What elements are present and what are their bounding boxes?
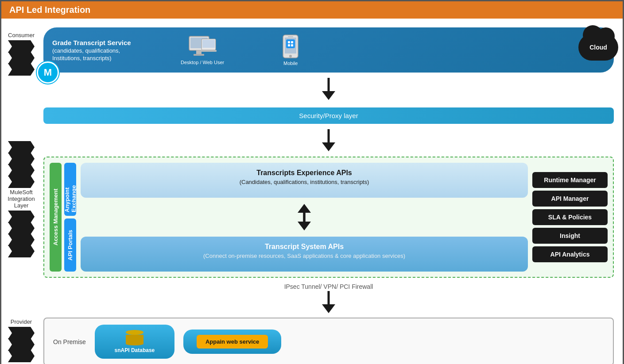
chevron-3: [8, 63, 35, 76]
mulesoft-label: MuleSoft Integration Layer: [8, 189, 35, 209]
chevron-13: [8, 338, 35, 351]
consumer-chevrons: [8, 40, 35, 75]
experience-api-subtitle: (Candidates, qualifications, institution…: [89, 179, 519, 185]
snapi-label: snAPI Database: [115, 347, 155, 353]
svg-marker-20: [298, 204, 311, 213]
anypoint-exchange-label: Anypoint Exchange: [64, 163, 76, 216]
desktop-icon-box: Desktop / Web User: [181, 35, 224, 65]
left-vertical-labels: Access Management Anypoint Exchange API …: [50, 163, 76, 272]
diagram-area: Grade Transcript Service (candidates, qu…: [41, 23, 618, 364]
mulesoft-label-group: MuleSoft Integration Layer: [8, 141, 35, 257]
chevron-9: [8, 222, 35, 234]
security-layer: Security/Proxy layer: [43, 107, 614, 124]
consumer-icons: Desktop / Web User: [181, 34, 299, 66]
svg-rect-3: [194, 54, 204, 56]
header-bar: API Led Integration: [1, 1, 623, 19]
consumer-label: Consumer: [8, 32, 35, 38]
system-api-subtitle: (Connect on-premise resources, SaaS appl…: [89, 253, 519, 259]
chevron-1: [8, 40, 35, 53]
system-api-box: Transcript System APIs (Connect on-premi…: [81, 237, 528, 272]
cloud-shape: Cloud: [578, 34, 618, 61]
mule-logo: M: [37, 61, 59, 84]
main-content: Consumer MuleSoft Integration Layer: [1, 19, 623, 364]
chevron-11: [8, 245, 35, 257]
consumer-label-group: Consumer: [8, 32, 35, 75]
access-management-label: Access Management: [50, 163, 62, 272]
consumer-title-text: Grade Transcript Service: [52, 39, 131, 46]
chevron-5: [8, 153, 35, 165]
header-title: API Led Integration: [9, 5, 90, 15]
appain-service: Appain web service: [183, 330, 281, 354]
chevron-2: [8, 52, 35, 64]
api-manager-button[interactable]: API Manager: [532, 191, 608, 207]
svg-marker-19: [322, 142, 335, 151]
mulesoft-chevrons-bottom: [8, 211, 35, 257]
chevron-14: [8, 350, 35, 362]
svg-rect-5: [202, 40, 215, 48]
experience-api-title: Transcripts Experience APIs: [89, 169, 519, 177]
sla-policies-button[interactable]: SLA & Policies: [532, 209, 608, 225]
left-labels: Consumer MuleSoft Integration Layer: [1, 23, 41, 364]
consumer-service-title: Grade Transcript Service (candidates, qu…: [52, 39, 150, 61]
database-icon: [124, 330, 146, 345]
cylinder-body: [126, 335, 143, 342]
down-arrow-svg-1: [322, 78, 335, 100]
runtime-manager-button[interactable]: Runtime Manager: [532, 172, 608, 188]
svg-rect-15: [291, 44, 293, 46]
svg-marker-25: [322, 304, 335, 313]
double-arrow-container: [81, 202, 528, 232]
desktop-label: Desktop / Web User: [181, 60, 224, 65]
chevron-10: [8, 234, 35, 246]
down-arrow-svg-2: [322, 129, 335, 151]
insight-button[interactable]: Insight: [532, 228, 608, 244]
svg-rect-6: [201, 50, 217, 52]
mobile-icon-box: Mobile: [282, 34, 299, 66]
system-api-title: Transcript System APIs: [89, 243, 519, 251]
on-premise-label: On Premise: [53, 338, 86, 345]
cylinder-top: [126, 330, 143, 335]
arrow-security-to-mulesoft: [43, 127, 614, 153]
arrow-consumer-to-security: [43, 76, 614, 102]
provider-box: On Premise snAPI Database Appain web ser…: [43, 318, 614, 364]
provider-label-group: Provider: [8, 318, 35, 361]
mobile-label: Mobile: [283, 61, 298, 66]
api-analytics-button[interactable]: API Analytics: [532, 246, 608, 262]
mobile-icon: [282, 34, 299, 61]
desktop-icon: [188, 35, 217, 60]
svg-marker-17: [322, 91, 335, 100]
right-panels: Runtime Manager API Manager SLA & Polici…: [532, 163, 608, 272]
experience-api-box: Transcripts Experience APIs (Candidates,…: [81, 163, 528, 198]
chevron-8: [8, 211, 35, 223]
consumer-subtitle: (candidates, qualifications, Institution…: [52, 47, 120, 61]
ipsec-section: IPsec Tunnel/ VPN/ PCI Firewall: [43, 282, 614, 313]
ipsec-arrow-svg: [322, 291, 335, 313]
security-label: Security/Proxy layer: [299, 112, 358, 119]
mulesoft-chevrons: [8, 141, 35, 187]
mule-logo-text: M: [44, 67, 52, 78]
api-portals-label: API Portals: [64, 218, 76, 272]
ipsec-label: IPsec Tunnel/ VPN/ PCI Firewall: [284, 283, 373, 290]
app-container: API Led Integration Consumer: [0, 0, 624, 364]
snapi-service: snAPI Database: [95, 325, 174, 359]
svg-rect-14: [288, 44, 290, 46]
mulesoft-container: Access Management Anypoint Exchange API …: [43, 157, 614, 278]
svg-marker-23: [298, 222, 311, 230]
svg-rect-13: [291, 41, 293, 43]
provider-chevrons: [8, 327, 35, 361]
center-apis: Transcripts Experience APIs (Candidates,…: [81, 163, 528, 272]
chevron-7: [8, 176, 35, 188]
svg-rect-12: [288, 41, 290, 43]
consumer-box: Grade Transcript Service (candidates, qu…: [43, 27, 614, 73]
chevron-6: [8, 164, 35, 176]
appain-button: Appain web service: [197, 335, 268, 349]
chevron-4: [8, 141, 35, 153]
cylinder-bottom: [126, 342, 143, 345]
double-arrow-svg: [298, 204, 311, 230]
svg-rect-10: [288, 36, 293, 37]
svg-rect-11: [286, 39, 295, 48]
provider-label: Provider: [11, 318, 32, 325]
svg-point-9: [289, 55, 292, 57]
chevron-12: [8, 327, 35, 339]
cloud-label: Cloud: [589, 44, 607, 51]
